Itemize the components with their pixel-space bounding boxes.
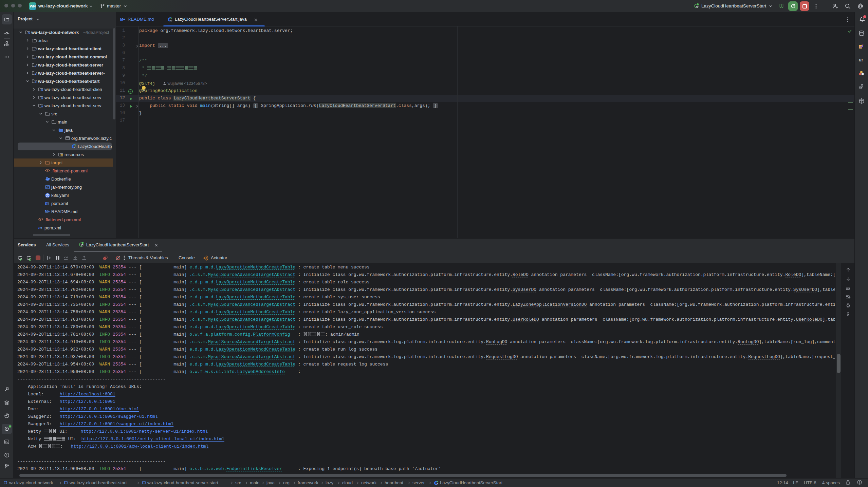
svg-text:m: m — [45, 201, 49, 206]
svg-text:M: M — [120, 17, 123, 21]
svg-text:m: m — [859, 57, 863, 62]
svg-text:M: M — [45, 209, 48, 213]
svg-text:M: M — [860, 45, 862, 49]
svg-text:m: m — [38, 225, 42, 230]
